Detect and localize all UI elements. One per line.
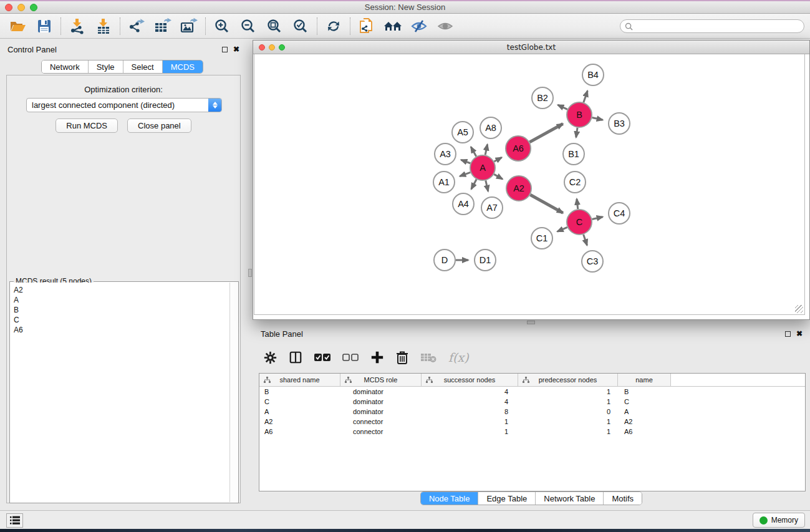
graph-node-C3[interactable]: C3 bbox=[582, 251, 603, 272]
edge-C-C3[interactable] bbox=[584, 235, 587, 245]
cell-successor-nodes[interactable]: 4 bbox=[422, 397, 518, 407]
vertical-splitter-handle[interactable] bbox=[248, 269, 252, 277]
cell-MCDS-role[interactable]: dominator bbox=[340, 387, 422, 397]
edge-A6-B[interactable] bbox=[529, 123, 562, 142]
table-row-c[interactable]: Cdominator41C bbox=[259, 397, 805, 407]
tab-select[interactable]: Select bbox=[123, 60, 163, 73]
tab-motifs[interactable]: Motifs bbox=[604, 492, 642, 505]
result-item-c[interactable]: C bbox=[14, 315, 229, 325]
import-table-button[interactable] bbox=[90, 16, 117, 37]
graph-node-C4[interactable]: C4 bbox=[609, 203, 630, 224]
cell-predecessor-nodes[interactable]: 1 bbox=[518, 417, 618, 427]
task-history-button[interactable] bbox=[6, 513, 23, 528]
edge-B-B4[interactable] bbox=[584, 91, 587, 103]
graph-node-A5[interactable]: A5 bbox=[452, 122, 473, 143]
graph-node-A3[interactable]: A3 bbox=[435, 143, 456, 165]
hide-details-button[interactable] bbox=[406, 16, 432, 37]
show-details-button[interactable] bbox=[432, 16, 458, 37]
graph-node-D1[interactable]: D1 bbox=[475, 249, 496, 271]
memory-button[interactable]: Memory bbox=[753, 513, 805, 528]
edge-B-B3[interactable] bbox=[592, 117, 603, 120]
graph-node-A6[interactable]: A6 bbox=[506, 136, 531, 161]
deselect-all-button[interactable] bbox=[342, 353, 359, 362]
float-table-panel-icon[interactable] bbox=[785, 331, 791, 337]
table-row-a2[interactable]: A2connector11A2 bbox=[259, 417, 805, 427]
cell-MCDS-role[interactable]: dominator bbox=[340, 407, 422, 417]
cell-predecessor-nodes[interactable]: 1 bbox=[518, 387, 618, 397]
cell-MCDS-role[interactable]: dominator bbox=[340, 397, 422, 407]
edge-A-A3[interactable] bbox=[461, 160, 470, 163]
column-header-shared-name[interactable]: shared name bbox=[259, 374, 340, 386]
tab-edge-table[interactable]: Edge Table bbox=[478, 492, 536, 505]
cell-successor-nodes[interactable]: 8 bbox=[422, 407, 518, 417]
cell-shared-name[interactable]: A bbox=[259, 407, 340, 417]
cell-shared-name[interactable]: B bbox=[259, 387, 340, 397]
run-mcds-button[interactable]: Run MCDS bbox=[55, 118, 118, 133]
select-all-button[interactable] bbox=[314, 353, 330, 362]
graph-node-C1[interactable]: C1 bbox=[531, 228, 552, 249]
graph-node-A7[interactable]: A7 bbox=[481, 197, 503, 218]
cell-successor-nodes[interactable]: 1 bbox=[422, 427, 518, 437]
export-image-button[interactable] bbox=[176, 16, 202, 37]
cell-name[interactable]: B bbox=[618, 387, 671, 397]
settings-gear-button[interactable] bbox=[264, 351, 277, 364]
column-header-predecessor-nodes[interactable]: predecessor nodes bbox=[518, 374, 618, 386]
edge-A-A6[interactable] bbox=[494, 157, 501, 162]
network-canvas[interactable]: B4B2BB3A5A8A6A3B1AA1C2A2A4A7CC4C1C3DD1 bbox=[254, 54, 805, 315]
cell-predecessor-nodes[interactable]: 1 bbox=[518, 427, 618, 437]
graph-node-B1[interactable]: B1 bbox=[563, 143, 584, 165]
tab-style[interactable]: Style bbox=[89, 60, 123, 73]
edge-A-A8[interactable] bbox=[485, 144, 487, 155]
search-input[interactable] bbox=[633, 21, 804, 32]
result-item-a2[interactable]: A2 bbox=[14, 285, 229, 295]
edge-C-C4[interactable] bbox=[592, 217, 603, 220]
cell-name[interactable]: A bbox=[618, 407, 671, 417]
import-network-button[interactable] bbox=[64, 16, 90, 37]
tab-mcds[interactable]: MCDS bbox=[163, 60, 203, 73]
cell-shared-name[interactable]: C bbox=[259, 397, 340, 407]
zoom-in-button[interactable] bbox=[209, 16, 235, 37]
result-item-a[interactable]: A bbox=[14, 295, 229, 305]
zoom-selected-button[interactable] bbox=[287, 16, 314, 37]
column-panel-button[interactable] bbox=[289, 351, 302, 364]
result-scrollbar[interactable] bbox=[229, 283, 238, 502]
edge-A-A5[interactable] bbox=[471, 147, 476, 157]
cell-name[interactable]: A2 bbox=[618, 417, 671, 427]
tab-node-table[interactable]: Node Table bbox=[421, 492, 479, 505]
cell-MCDS-role[interactable]: connector bbox=[340, 417, 422, 427]
cell-predecessor-nodes[interactable]: 0 bbox=[518, 407, 618, 417]
graph-node-B3[interactable]: B3 bbox=[609, 113, 630, 134]
refresh-layout-button[interactable] bbox=[321, 16, 347, 37]
edge-A-A2[interactable] bbox=[494, 174, 503, 179]
edge-B-B1[interactable] bbox=[576, 128, 577, 137]
table-row-a[interactable]: Adominator80A bbox=[259, 407, 805, 417]
open-session-button[interactable] bbox=[5, 16, 31, 37]
cell-shared-name[interactable]: A2 bbox=[259, 417, 340, 427]
function-builder-button[interactable]: f(x) bbox=[448, 351, 469, 364]
graph-node-B4[interactable]: B4 bbox=[582, 64, 604, 85]
save-session-button[interactable] bbox=[31, 16, 57, 37]
delete-table-button[interactable] bbox=[420, 352, 436, 363]
column-header-successor-nodes[interactable]: successor nodes bbox=[422, 374, 518, 386]
window-resize-grip-icon[interactable] bbox=[795, 305, 803, 313]
tab-network-table[interactable]: Network Table bbox=[536, 492, 604, 505]
export-network-button[interactable] bbox=[123, 16, 150, 37]
cell-successor-nodes[interactable]: 4 bbox=[422, 387, 518, 397]
cell-shared-name[interactable]: A6 bbox=[259, 427, 340, 437]
close-panel-button[interactable]: Close panel bbox=[127, 118, 191, 133]
edge-A-A7[interactable] bbox=[486, 180, 488, 191]
network-window-titlebar[interactable]: testGlobe.txt bbox=[253, 41, 809, 54]
cell-predecessor-nodes[interactable]: 1 bbox=[518, 397, 618, 407]
first-neighbors-button[interactable] bbox=[380, 16, 406, 37]
edge-C-C2[interactable] bbox=[577, 199, 578, 209]
float-panel-icon[interactable] bbox=[222, 47, 228, 52]
edge-A-A1[interactable] bbox=[460, 172, 470, 176]
graph-node-A2[interactable]: A2 bbox=[506, 176, 531, 201]
close-panel-icon[interactable]: ✖ bbox=[233, 46, 239, 53]
graph-node-A8[interactable]: A8 bbox=[480, 117, 501, 138]
graph-node-A1[interactable]: A1 bbox=[433, 172, 455, 193]
cell-name[interactable]: A6 bbox=[618, 427, 671, 437]
search-field[interactable] bbox=[620, 19, 804, 33]
graph-node-C[interactable]: C bbox=[567, 210, 592, 235]
graph-node-B2[interactable]: B2 bbox=[532, 87, 553, 109]
